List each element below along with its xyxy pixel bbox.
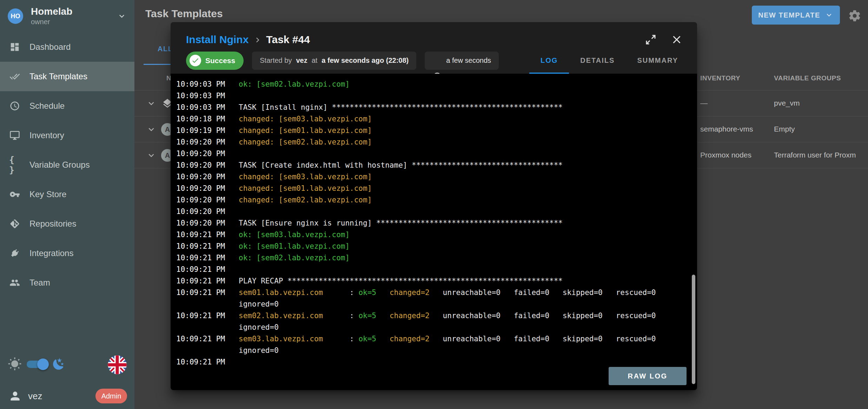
log-text: ignored=0 [239, 322, 279, 333]
log-timestamp: 10:09:20 PM [176, 183, 239, 194]
sidebar-item-label: Repositories [29, 219, 76, 229]
log-text: ignored=0 [239, 345, 279, 356]
sidebar-item-dashboard[interactable]: Dashboard [0, 32, 134, 62]
sidebar-item-inventory[interactable]: Inventory [0, 121, 134, 150]
log-line: 10:09:20 PMchanged: [sem01.lab.vezpi.com… [176, 183, 697, 194]
log-text: TASK [Ensure nginx is running] *********… [239, 217, 563, 229]
log-text: changed: [sem03.lab.vezpi.com] [239, 113, 372, 125]
project-switcher[interactable]: HO Homelab owner [0, 0, 134, 32]
sidebar-item-label: Variable Groups [29, 160, 90, 170]
log-line: ignored=0 [176, 322, 697, 333]
log-text: changed: [sem02.lab.vezpi.com] [239, 194, 372, 206]
log-timestamp: 10:09:20 PM [176, 217, 239, 229]
log-line: 10:09:20 PM [176, 148, 697, 160]
log-timestamp: 10:09:20 PM [176, 171, 239, 183]
log-line: 10:09:18 PMchanged: [sem03.lab.vezpi.com… [176, 113, 697, 125]
log-timestamp: 10:09:03 PM [176, 79, 239, 90]
log-text: TASK [Install nginx] *******************… [239, 102, 563, 113]
task-log-dialog: Install Nginx Task #44 Success S [171, 22, 697, 390]
column-variable-groups: VARIABLE GROUPS [774, 74, 841, 82]
sidebar-item-schedule[interactable]: Schedule [0, 91, 134, 121]
log-line: 10:09:19 PMchanged: [sem01.lab.vezpi.com… [176, 125, 697, 136]
log-line: 10:09:20 PMchanged: [sem03.lab.vezpi.com… [176, 171, 697, 183]
schedule-icon [9, 100, 20, 112]
log-timestamp [176, 322, 239, 333]
log-timestamp: 10:09:03 PM [176, 102, 239, 113]
log-line: 10:09:03 PM [176, 90, 697, 102]
username[interactable]: vez [28, 391, 42, 402]
log-timestamp: 10:09:21 PM [176, 241, 239, 252]
tab-details[interactable]: DETAILS [569, 47, 626, 74]
task-log-output[interactable]: 10:09:03 PMok: [sem02.lab.vezpi.com]10:0… [171, 74, 697, 390]
task-title: Task #44 [266, 34, 310, 46]
log-timestamp: 10:09:21 PM [176, 287, 239, 299]
sidebar-item-repositories[interactable]: Repositories [0, 209, 134, 239]
clock-icon [432, 56, 442, 65]
language-flag-uk[interactable] [108, 355, 127, 374]
tab-summary[interactable]: SUMMARY [626, 47, 689, 74]
page-title: Task Templates [145, 8, 223, 20]
raw-log-button[interactable]: RAW LOG [609, 367, 687, 385]
log-line: 10:09:20 PM [176, 206, 697, 217]
log-line: 10:09:21 PM [176, 264, 697, 275]
dialog-header: Install Nginx Task #44 Success S [171, 22, 697, 74]
status-badge: Success [186, 52, 244, 70]
log-timestamp: 10:09:18 PM [176, 113, 239, 125]
log-text: ok: [sem01.lab.vezpi.com] [239, 241, 350, 252]
log-line: 10:09:21 PMsem01.lab.vezpi.com : ok=5 ch… [176, 287, 697, 299]
log-line: 10:09:20 PMchanged: [sem02.lab.vezpi.com… [176, 136, 697, 148]
expand-icon[interactable] [644, 33, 657, 46]
project-avatar: HO [8, 8, 23, 24]
log-timestamp [176, 345, 239, 356]
new-template-button[interactable]: NEW TEMPLATE [752, 6, 840, 25]
log-line: 10:09:21 PMok: [sem02.lab.vezpi.com] [176, 252, 697, 264]
log-text: sem01.lab.vezpi.com : ok=5 changed=2 unr… [239, 287, 656, 299]
log-timestamp: 10:09:21 PM [176, 356, 239, 368]
cell-inventory: — [700, 99, 708, 107]
chevron-down-icon[interactable] [146, 150, 157, 161]
sidebar-item-label: Integrations [29, 248, 73, 258]
log-timestamp: 10:09:19 PM [176, 125, 239, 136]
log-timestamp: 10:09:21 PM [176, 333, 239, 345]
log-timestamp [176, 299, 239, 310]
log-line: 10:09:21 PMPLAY RECAP ******************… [176, 275, 697, 287]
template-link[interactable]: Install Nginx [186, 34, 249, 46]
log-line: 10:09:21 PMok: [sem03.lab.vezpi.com] [176, 229, 697, 241]
theme-toggle[interactable] [27, 361, 46, 368]
sidebar-item-task-templates[interactable]: Task Templates [0, 62, 134, 91]
sidebar-item-label: Dashboard [29, 42, 71, 52]
log-line: 10:09:21 PM [176, 356, 697, 368]
tab-log[interactable]: LOG [529, 47, 569, 74]
sidebar-item-variable-groups[interactable]: { }Variable Groups [0, 150, 134, 180]
project-role: owner [31, 18, 72, 26]
chevron-down-icon [117, 11, 127, 21]
gear-icon[interactable] [848, 9, 861, 22]
chevron-down-icon[interactable] [146, 98, 157, 109]
key-store-icon [9, 189, 20, 200]
project-name: Homelab [31, 6, 72, 17]
sidebar-item-label: Schedule [29, 101, 65, 111]
dialog-tabs: LOG DETAILS SUMMARY [529, 47, 689, 74]
sidebar-item-key-store[interactable]: Key Store [0, 180, 134, 209]
log-timestamp: 10:09:03 PM [176, 90, 239, 102]
log-text: changed: [sem01.lab.vezpi.com] [239, 183, 372, 194]
sidebar-menu: DashboardTask TemplatesScheduleInventory… [0, 32, 134, 297]
cell-inventory: Proxmox nodes [700, 151, 751, 159]
sidebar-item-team[interactable]: Team [0, 268, 134, 297]
check-circle-icon [190, 55, 201, 66]
log-line: 10:09:20 PMTASK [Create index.html with … [176, 160, 697, 171]
close-icon[interactable] [670, 33, 683, 46]
sidebar-item-label: Key Store [29, 189, 66, 199]
log-text: changed: [sem02.lab.vezpi.com] [239, 136, 372, 148]
log-line: ignored=0 [176, 345, 697, 356]
sidebar-item-integrations[interactable]: Integrations [0, 239, 134, 268]
chevron-down-icon[interactable] [146, 124, 157, 135]
log-timestamp: 10:09:20 PM [176, 206, 239, 217]
task-templates-icon [9, 71, 20, 82]
log-text: ignored=0 [239, 299, 279, 310]
log-text: sem03.lab.vezpi.com : ok=5 changed=2 unr… [239, 333, 656, 345]
log-timestamp: 10:09:21 PM [176, 310, 239, 322]
log-line: 10:09:21 PMok: [sem01.lab.vezpi.com] [176, 241, 697, 252]
log-scrollbar-thumb[interactable] [692, 275, 695, 384]
column-inventory: INVENTORY [700, 74, 740, 82]
